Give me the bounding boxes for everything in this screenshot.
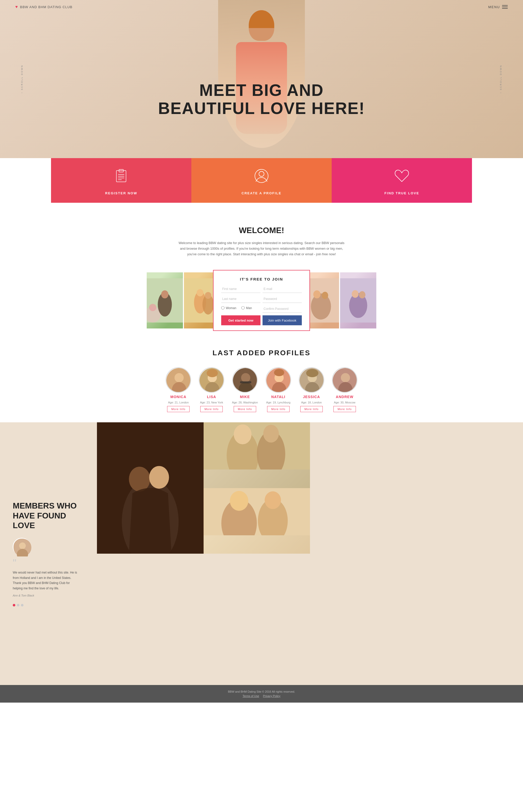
svg-point-15: [197, 289, 203, 296]
profile-name-4: JESSICA: [303, 395, 320, 399]
logo-heart-icon: ♥: [15, 5, 18, 9]
gender-man-label[interactable]: Man: [241, 306, 252, 310]
svg-point-30: [359, 291, 365, 298]
password-input[interactable]: [263, 295, 302, 303]
register-label: REGISTER NOW: [105, 191, 137, 195]
svg-point-7: [259, 171, 264, 177]
svg-point-62: [234, 425, 252, 444]
gender-woman-radio[interactable]: [221, 306, 224, 310]
dot-2[interactable]: [17, 604, 19, 606]
join-facebook-button[interactable]: Join with Facebook: [263, 315, 302, 326]
avatar-5: [332, 367, 357, 393]
svg-point-29: [352, 290, 359, 298]
person-head: [249, 10, 274, 41]
site-name: BBW AND BHM DATING CLUB: [20, 5, 73, 9]
hero-person: [223, 0, 300, 143]
gender-woman-label[interactable]: Woman: [221, 306, 236, 310]
welcome-section: WELCOME! Welcome to leading BBW dating s…: [172, 208, 351, 267]
svg-point-59: [149, 466, 169, 488]
profile-name-1: LISA: [207, 395, 216, 399]
profile-name-5: ANDREW: [336, 395, 353, 399]
svg-point-49: [306, 369, 319, 377]
avatar-4: [299, 367, 324, 393]
testimonial: " We would never had met without this si…: [13, 538, 84, 606]
love-photo-grid: [97, 422, 310, 554]
testimonial-author: Ann & Tom Black: [13, 594, 84, 597]
more-info-button-4[interactable]: More Info: [300, 406, 323, 412]
more-info-button-0[interactable]: More Info: [167, 406, 189, 412]
hero-title: MEET BIG AND BEAUTIFUL LOVE HERE!: [0, 81, 523, 117]
button-row: Get started now Join with Facebook: [221, 315, 302, 326]
profile-card-4: JESSICA Age: 18, London More Info: [299, 367, 324, 412]
more-info-button-3[interactable]: More Info: [267, 406, 289, 412]
svg-point-69: [265, 491, 281, 509]
avatar-2: [232, 367, 258, 393]
footer: BBW and BHM Dating Site © 2016 All right…: [0, 685, 523, 703]
more-info-button-2[interactable]: More Info: [234, 406, 256, 412]
svg-point-64: [263, 425, 278, 443]
profile-meta-2: Age: 28, Washington: [232, 401, 258, 404]
footer-privacy[interactable]: Privacy Policy: [263, 695, 281, 698]
dot-1[interactable]: [13, 604, 15, 606]
svg-point-39: [241, 373, 250, 382]
footer-copyright: BBW and BHM Dating Site © 2016 All right…: [5, 690, 518, 693]
hero-text: MEET BIG AND BEAUTIFUL LOVE HERE!: [0, 81, 523, 117]
heart-icon: [393, 166, 411, 186]
avatar-1: [199, 367, 224, 393]
svg-point-67: [230, 491, 248, 511]
last-name-input[interactable]: [221, 295, 260, 303]
profile-meta-5: Age: 30, Moscow: [334, 401, 355, 404]
svg-point-51: [341, 373, 350, 382]
testimonial-text: We would never had met without this site…: [13, 570, 79, 591]
testimonial-avatar: [13, 538, 31, 556]
svg-rect-1: [119, 169, 123, 172]
couple-photo-5: [340, 272, 376, 329]
svg-point-25: [313, 291, 321, 299]
love-photo-3: [203, 488, 310, 554]
svg-point-58: [129, 467, 150, 492]
email-input[interactable]: [263, 285, 302, 293]
feature-card-love[interactable]: FIND TRUE LOVE: [332, 153, 472, 203]
welcome-title: WELCOME!: [177, 226, 346, 235]
svg-point-37: [206, 369, 218, 377]
feature-card-register[interactable]: REGISTER NOW: [51, 153, 191, 203]
svg-point-12: [161, 291, 168, 299]
profile-meta-0: Age: 21, London: [168, 401, 189, 404]
first-name-input[interactable]: [221, 285, 260, 293]
profile-meta-1: Age: 23, New York: [200, 401, 223, 404]
profile-name-2: MIKE: [240, 395, 250, 399]
clipboard-icon: [112, 166, 130, 186]
hamburger-icon: [502, 5, 508, 9]
carousel-dots: [13, 604, 84, 606]
menu-label: MENU: [488, 5, 500, 9]
join-form: IT'S FREE TO JOIN Woman Man: [213, 270, 310, 331]
more-info-button-5[interactable]: More Info: [333, 406, 356, 412]
love-left: MEMBERS WHOHAVE FOUND LOVE " We would ne…: [0, 422, 97, 685]
love-right: [97, 422, 523, 685]
svg-point-24: [311, 294, 331, 320]
form-grid: [221, 285, 302, 303]
profile-card-2: MIKE Age: 28, Washington More Info: [232, 367, 258, 412]
profile-meta-3: Age: 19, Lynchburg: [266, 401, 290, 404]
more-info-button-1[interactable]: More Info: [200, 406, 222, 412]
svg-point-10: [149, 304, 156, 311]
profile-label: CREATE A PROFILE: [241, 191, 282, 195]
join-section: IT'S FREE TO JOIN Woman Man: [147, 272, 376, 329]
svg-point-45: [274, 369, 284, 376]
gender-man-radio[interactable]: [241, 306, 245, 310]
confirm-password-input[interactable]: [263, 305, 302, 313]
svg-point-54: [19, 542, 26, 549]
header: ♥ BBW AND BHM DATING CLUB MENU: [0, 0, 523, 14]
profile-card-5: ANDREW Age: 30, Moscow More Info: [332, 367, 357, 412]
dot-3[interactable]: [21, 604, 23, 606]
profiles-section: LAST ADDED PROFILES MONICA Age: 21, Lond…: [0, 334, 523, 422]
profiles-grid: MONICA Age: 21, London More Info LISA Ag…: [10, 367, 513, 412]
get-started-button[interactable]: Get started now: [221, 315, 260, 326]
form-title: IT'S FREE TO JOIN: [221, 277, 302, 281]
love-photo-main: [97, 422, 203, 554]
profiles-title: LAST ADDED PROFILES: [10, 349, 513, 357]
feature-card-profile[interactable]: CREATE A PROFILE: [191, 153, 332, 203]
welcome-text: Welcome to leading BBW dating site for p…: [177, 240, 346, 257]
menu-button[interactable]: MENU: [488, 5, 508, 9]
footer-terms[interactable]: Terms of Use: [242, 695, 259, 698]
